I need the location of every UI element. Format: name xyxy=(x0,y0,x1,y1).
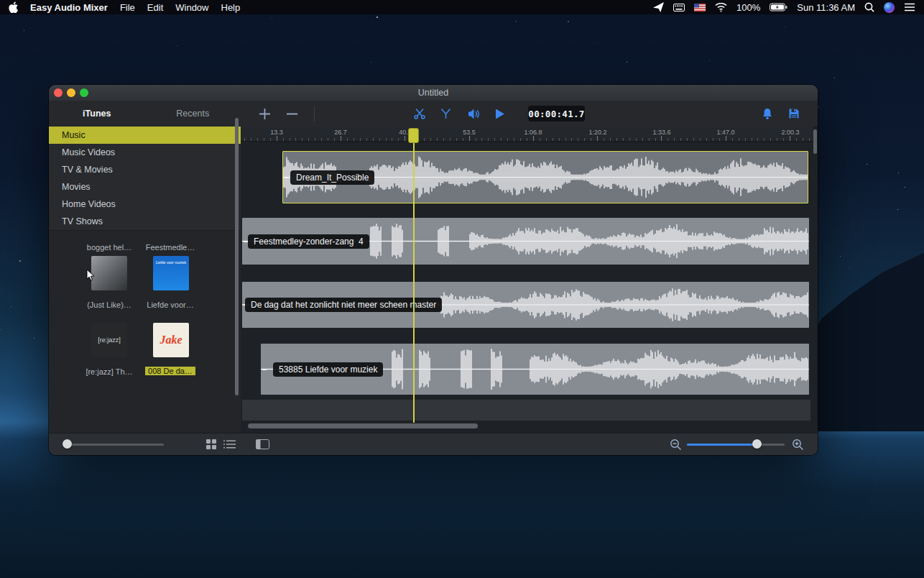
sidebar-toggle-icon[interactable] xyxy=(256,439,269,449)
menu-item-edit[interactable]: Edit xyxy=(147,2,163,13)
battery-icon[interactable] xyxy=(770,3,787,12)
battery-percent: 100% xyxy=(736,2,760,13)
album-caption[interactable]: (Just Like)… xyxy=(77,301,142,309)
remove-track-button[interactable] xyxy=(281,101,302,127)
menu-item-help[interactable]: Help xyxy=(221,2,241,13)
playhead-line xyxy=(413,143,415,423)
menu-list-icon[interactable] xyxy=(904,3,915,12)
sidebar-item-music[interactable]: Music xyxy=(49,127,241,144)
empty-track-lane xyxy=(242,400,810,421)
audio-region-4[interactable]: 53885 Liefde voor muziek xyxy=(261,344,809,395)
editor-area: 00:00:41.7 13.3 26.7 40.0 53.5 1:06.8 1:… xyxy=(241,101,818,434)
album-caption-selected[interactable]: 008 De da… xyxy=(138,367,203,375)
keyboard-icon[interactable] xyxy=(673,4,685,12)
window-bottom-bar xyxy=(49,433,818,455)
bell-button[interactable] xyxy=(757,101,778,127)
menu-item-window[interactable]: Window xyxy=(175,2,208,13)
media-browser: bogget hel… Feestmedle… Liefde voor muzi… xyxy=(49,230,241,434)
menu-app-name[interactable]: Easy Audio Mixer xyxy=(30,2,108,13)
vertical-scrollbar[interactable] xyxy=(813,129,817,154)
horizontal-scrollbar[interactable] xyxy=(248,423,478,428)
input-source-flag-icon[interactable] xyxy=(694,4,706,12)
region-label: 53885 Liefde voor muziek xyxy=(273,362,383,377)
album-art-text: Jake xyxy=(160,334,182,347)
ruler-label: 1:20.2 xyxy=(588,129,606,136)
window-title: Untitled xyxy=(49,88,818,98)
audio-region-2[interactable]: Feestmedley-zonder-zang 4 xyxy=(242,218,809,265)
app-window: Untitled iTunes Recents Music Music Vide… xyxy=(49,85,818,455)
window-titlebar[interactable]: Untitled xyxy=(49,85,818,101)
album-art[interactable]: Liefde voor muziek xyxy=(153,256,189,290)
sidebar-item-movies[interactable]: Movies xyxy=(49,178,241,196)
region-handle xyxy=(262,369,267,370)
sidebar-list: Music Music Videos TV & Movies Movies Ho… xyxy=(49,127,241,230)
media-sidebar: iTunes Recents Music Music Videos TV & M… xyxy=(49,101,241,434)
zoom-out-icon[interactable] xyxy=(670,439,682,451)
sidebar-scrollbar[interactable] xyxy=(235,118,239,395)
mouse-cursor xyxy=(86,269,95,285)
menu-clock[interactable]: Sun 11:36 AM xyxy=(797,2,855,13)
sidebar-item-home-videos[interactable]: Home Videos xyxy=(49,196,241,213)
zoom-slider-knob[interactable] xyxy=(752,439,762,449)
album-caption-label: 008 De da… xyxy=(145,367,195,375)
zoom-slider-fill xyxy=(687,444,757,446)
grid-view-icon[interactable] xyxy=(206,439,216,449)
album-art[interactable]: Jake xyxy=(153,323,189,357)
sidebar-item-tv-movies[interactable]: TV & Movies xyxy=(49,161,241,178)
wifi-icon[interactable] xyxy=(715,3,727,12)
editor-toolbar: 00:00:41.7 xyxy=(241,101,818,127)
add-track-button[interactable] xyxy=(254,101,275,127)
album-caption[interactable]: Liefde voor… xyxy=(138,301,203,309)
sidebar-item-tv-shows[interactable]: TV Shows xyxy=(49,213,241,230)
ruler-label: 2:00.3 xyxy=(781,129,799,136)
paperplane-icon[interactable] xyxy=(653,2,664,12)
thumbnail-size-knob[interactable] xyxy=(63,439,72,449)
region-label: Feestmedley-zonder-zang 4 xyxy=(248,234,369,249)
join-tool-button[interactable] xyxy=(435,101,456,127)
album-art[interactable]: [re:jazz] xyxy=(91,323,127,357)
album-caption[interactable]: bogget hel… xyxy=(77,243,142,252)
zoom-in-icon[interactable] xyxy=(792,439,804,451)
time-display: 00:00:41.7 xyxy=(528,106,585,121)
spotlight-icon[interactable] xyxy=(864,2,874,12)
menu-item-file[interactable]: File xyxy=(120,2,135,13)
album-art-text: Liefde voor muziek xyxy=(156,260,186,265)
desktop: Easy Audio Mixer File Edit Window Help 1… xyxy=(0,0,924,578)
menu-bar-status: 100% Sun 11:36 AM xyxy=(653,2,915,13)
siri-icon[interactable] xyxy=(884,2,895,13)
apple-menu-icon[interactable] xyxy=(9,1,18,13)
menu-bar: Easy Audio Mixer File Edit Window Help 1… xyxy=(0,0,924,14)
tab-itunes[interactable]: iTunes xyxy=(49,109,145,119)
volume-speaker-button[interactable] xyxy=(463,101,484,127)
ruler-label: 26.7 xyxy=(334,129,347,136)
ruler-label: 13.3 xyxy=(270,129,283,136)
timeline-ruler[interactable]: 13.3 26.7 40.0 53.5 1:06.8 1:20.2 1:33.6… xyxy=(241,127,813,142)
region-label: Dream_It_Possible xyxy=(290,170,374,185)
album-caption[interactable]: [re:jazz] Th… xyxy=(77,367,142,376)
album-art-text: [re:jazz] xyxy=(98,336,121,344)
save-button[interactable] xyxy=(783,101,805,127)
ruler-label: 53.5 xyxy=(463,129,476,136)
album-art[interactable] xyxy=(91,256,127,290)
toolbar-divider xyxy=(314,106,315,121)
playhead-flag[interactable] xyxy=(408,128,419,143)
ruler-label: 1:33.6 xyxy=(652,129,670,136)
ruler-label: 1:06.8 xyxy=(524,129,542,136)
region-handle xyxy=(285,177,289,178)
sidebar-item-music-videos[interactable]: Music Videos xyxy=(49,144,241,161)
tab-recents[interactable]: Recents xyxy=(145,109,241,119)
list-view-icon[interactable] xyxy=(223,440,236,449)
cut-scissors-button[interactable] xyxy=(409,101,430,127)
audio-region-3[interactable]: De dag dat het zonlicht niet meer scheen… xyxy=(242,282,809,328)
thumbnail-size-slider[interactable] xyxy=(63,444,164,446)
ruler-label: 1:47.0 xyxy=(716,129,734,136)
sidebar-tabs: iTunes Recents xyxy=(49,101,241,127)
play-button[interactable] xyxy=(489,101,511,127)
album-caption[interactable]: Feestmedle… xyxy=(138,243,203,252)
audio-region-1[interactable]: Dream_It_Possible xyxy=(282,151,808,203)
